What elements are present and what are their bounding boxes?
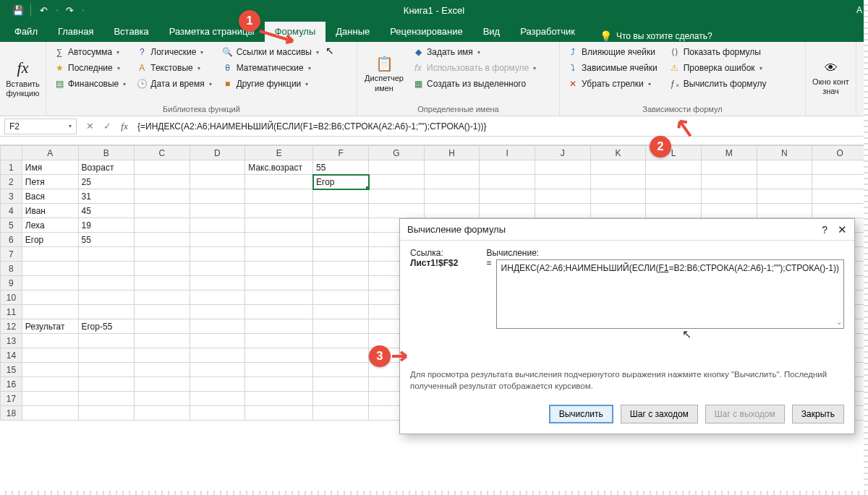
fx-icon: fx [17, 59, 29, 77]
torn-edge-bottom [0, 491, 868, 495]
more-fn-button[interactable]: ■Другие функции▾ [219, 77, 322, 91]
audit-group-label: Зависимости формул [560, 103, 805, 116]
underlined-expr: F1 [658, 263, 668, 273]
reference-label: Ссылка: [410, 248, 474, 258]
sigma-icon: ∑ [54, 46, 65, 58]
formula-input[interactable]: {=ИНДЕКС(A2:A6;НАИМЕНЬШИЙ(ЕСЛИ(F1=B2:B6;… [133, 121, 868, 132]
close-dialog-button[interactable]: Закрыть [792, 405, 844, 423]
quick-access-toolbar: 💾 ↶ ▾ ↷ ▾ [0, 2, 85, 18]
library-group-label: Библиотека функций [46, 103, 357, 116]
create-from-selection-button[interactable]: ▦Создать из выделенного [409, 77, 539, 91]
name-box[interactable]: F2▾ [4, 119, 77, 134]
warning-icon: ⚠ [669, 62, 681, 74]
help-button[interactable]: ? [822, 224, 827, 236]
cancel-button[interactable]: ✕ [81, 121, 98, 132]
reference-value: Лист1!$F$2 [410, 258, 458, 268]
cursor-pointer-icon: ↖ [326, 45, 334, 56]
remove-arrows-button[interactable]: ✕Убрать стрелки▾ [564, 77, 660, 91]
ribbon-tabs: Файл Главная Вставка Разметка страницы Ф… [0, 20, 868, 42]
clock-icon: 🕒 [136, 78, 148, 90]
error-checking-button[interactable]: ⚠Проверка ошибок▾ [666, 61, 770, 75]
column-headers[interactable]: ABCDEFGHIJKLMNO [1, 146, 868, 160]
evaluate-icon: ƒₓ [669, 78, 681, 90]
name-manager-icon: 📋 [375, 55, 393, 72]
torn-edge-right [864, 0, 868, 495]
undo-dropdown-icon[interactable]: ▾ [56, 7, 59, 14]
text-icon: A [136, 62, 148, 74]
evaluate-button[interactable]: Вычислить [549, 405, 613, 423]
selected-cell[interactable]: Егор [313, 175, 369, 189]
watch-icon: 👁 [825, 61, 838, 77]
logical-icon: ? [136, 46, 148, 58]
tab-developer[interactable]: Разработчик [510, 22, 585, 42]
title-bar: 💾 ↶ ▾ ↷ ▾ Книга1 - Excel А [0, 0, 868, 20]
tab-data[interactable]: Данные [326, 22, 380, 42]
show-formulas-button[interactable]: ⟨⟩Показать формулы [666, 45, 770, 59]
watch-group-label [806, 112, 856, 116]
title-right: А [856, 5, 862, 15]
tab-insert[interactable]: Вставка [103, 22, 158, 42]
trace-precedents-button[interactable]: ⤴Влияющие ячейки [564, 45, 660, 59]
financial-button[interactable]: ▤Финансовые▾ [51, 77, 129, 91]
math-button[interactable]: θМатематические▾ [219, 61, 322, 75]
tab-file[interactable]: Файл [4, 22, 48, 42]
precedents-icon: ⤴ [567, 46, 579, 58]
use-in-formula-button[interactable]: fxИспользовать в формуле▾ [409, 61, 539, 75]
tab-view[interactable]: Вид [473, 22, 511, 42]
watch-window-button[interactable]: 👁 Окно конт знач [810, 45, 851, 112]
dialog-titlebar[interactable]: Вычисление формулы ? ✕ [400, 219, 854, 241]
ribbon: fx Вставить функцию ∑Автосумма▾ ★Последн… [0, 42, 868, 116]
close-button[interactable]: ✕ [838, 223, 847, 236]
evaluate-formula-dialog: Вычисление формулы ? ✕ Ссылка: Лист1!$F$… [399, 218, 855, 434]
scroll-down-icon[interactable]: ⌄ [836, 317, 842, 327]
trace-dependents-button[interactable]: ⤵Зависимые ячейки [564, 61, 660, 75]
tell-me-search[interactable]: 💡 Что вы хотите сделать? [600, 30, 712, 42]
tab-review[interactable]: Рецензирование [380, 22, 472, 42]
fx-button[interactable]: fx [116, 121, 133, 132]
step-out-button[interactable]: Шаг с выходом [705, 405, 785, 423]
enter-button[interactable]: ✓ [98, 121, 116, 132]
more-icon: ■ [222, 78, 234, 90]
show-formulas-icon: ⟨⟩ [669, 46, 681, 58]
define-name-button[interactable]: ◆Задать имя▾ [409, 45, 539, 59]
namebox-dropdown-icon[interactable]: ▾ [69, 123, 72, 129]
autosum-button[interactable]: ∑Автосумма▾ [51, 45, 129, 59]
cursor-icon: ↖ [682, 327, 692, 341]
logical-button[interactable]: ?Логические▾ [133, 45, 214, 59]
redo-button[interactable]: ↷ [61, 2, 77, 18]
datetime-button[interactable]: 🕒Дата и время▾ [133, 77, 214, 91]
formula-bar: F2▾ ✕ ✓ fx {=ИНДЕКС(A2:A6;НАИМЕНЬШИЙ(ЕСЛ… [0, 116, 868, 137]
insert-function-button[interactable]: fx Вставить функцию [4, 45, 41, 112]
tab-home[interactable]: Главная [48, 22, 103, 42]
star-icon: ★ [54, 62, 65, 74]
save-button[interactable]: 💾 [10, 2, 26, 18]
separator [30, 4, 31, 17]
group-label [0, 112, 46, 116]
step-in-button[interactable]: Шаг с заходом [621, 405, 698, 423]
undo-button[interactable]: ↶ [35, 2, 51, 18]
fx-small-icon: fx [412, 62, 424, 74]
qat-customize-icon[interactable]: ▾ [82, 7, 85, 14]
callout-3-arrow [391, 350, 412, 363]
name-manager-button[interactable]: 📋 Диспетчер имен [362, 45, 407, 103]
tell-me-label: Что вы хотите сделать? [616, 31, 712, 41]
text-button[interactable]: AТекстовые▾ [133, 61, 214, 75]
window-title: Книга1 - Excel [404, 5, 464, 16]
dependents-icon: ⤵ [567, 62, 579, 74]
dialog-hint: Для просмотра результата вычисления подч… [410, 369, 844, 392]
lightbulb-icon: 💡 [600, 30, 612, 42]
lookup-button[interactable]: 🔍Ссылки и массивы▾ [219, 45, 322, 59]
create-icon: ▦ [412, 78, 424, 90]
evaluate-formula-button[interactable]: ƒₓВычислить формулу [666, 77, 770, 91]
select-all[interactable] [1, 146, 22, 160]
callout-2: 2 [650, 136, 671, 158]
theta-icon: θ [222, 62, 234, 74]
callout-3: 3 [369, 345, 391, 367]
recent-button[interactable]: ★Последние▾ [51, 61, 129, 75]
insert-function-label: Вставить функцию [6, 79, 40, 98]
evaluation-box[interactable]: ИНДЕКС(A2:A6;НАИМЕНЬШИЙ(ЕСЛИ(F1=B2:B6;СТ… [496, 259, 844, 329]
fill-handle[interactable] [366, 186, 369, 189]
evaluation-label: Вычисление: [487, 248, 844, 258]
equals-sign: = [487, 258, 492, 268]
dialog-title: Вычисление формулы [407, 224, 506, 235]
